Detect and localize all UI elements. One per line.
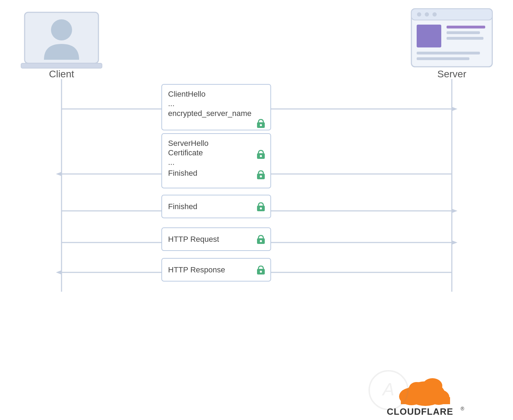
svg-text:Finished: Finished bbox=[168, 202, 197, 211]
svg-text:...: ... bbox=[168, 158, 174, 167]
svg-rect-13 bbox=[417, 52, 480, 54]
finished-box: Finished bbox=[162, 195, 271, 218]
svg-text:®: ® bbox=[461, 406, 464, 412]
server-label: Server bbox=[437, 69, 466, 79]
server-browser-icon bbox=[411, 9, 492, 67]
svg-point-25 bbox=[260, 155, 262, 157]
svg-text:A: A bbox=[381, 380, 394, 399]
svg-text:Finished: Finished bbox=[168, 169, 197, 177]
svg-text:HTTP Request: HTTP Request bbox=[168, 235, 219, 244]
svg-point-20 bbox=[260, 124, 262, 126]
svg-point-8 bbox=[432, 12, 437, 17]
svg-rect-5 bbox=[411, 9, 492, 20]
http-request-box: HTTP Request bbox=[162, 228, 271, 251]
client-laptop-icon bbox=[21, 12, 102, 68]
svg-rect-3 bbox=[21, 63, 102, 68]
http-response-box: HTTP Response bbox=[162, 258, 271, 281]
svg-point-29 bbox=[260, 175, 262, 177]
svg-point-33 bbox=[260, 207, 262, 209]
svg-text:ClientHello: ClientHello bbox=[168, 90, 205, 98]
svg-point-37 bbox=[260, 240, 262, 242]
svg-point-48 bbox=[423, 378, 442, 394]
svg-rect-9 bbox=[417, 25, 441, 47]
server-hello-box: ServerHello Certificate ... Finished bbox=[162, 134, 271, 188]
svg-point-6 bbox=[417, 12, 421, 17]
svg-text:encrypted_server_name: encrypted_server_name bbox=[168, 109, 251, 118]
svg-rect-46 bbox=[401, 397, 450, 404]
svg-point-7 bbox=[425, 12, 429, 17]
svg-text:...: ... bbox=[168, 99, 174, 108]
diagram-container: Client Server bbox=[0, 0, 513, 420]
svg-point-41 bbox=[260, 271, 262, 273]
client-hello-box: ClientHello ... encrypted_server_name bbox=[162, 84, 271, 130]
svg-point-2 bbox=[51, 19, 72, 40]
svg-rect-12 bbox=[447, 37, 483, 40]
svg-rect-10 bbox=[447, 26, 485, 28]
svg-text:Certificate: Certificate bbox=[168, 148, 203, 157]
svg-text:HTTP Response: HTTP Response bbox=[168, 265, 225, 274]
svg-rect-14 bbox=[417, 57, 469, 60]
svg-point-47 bbox=[409, 382, 424, 395]
client-label: Client bbox=[49, 69, 74, 79]
svg-text:ServerHello: ServerHello bbox=[168, 139, 209, 148]
svg-rect-11 bbox=[447, 31, 480, 34]
